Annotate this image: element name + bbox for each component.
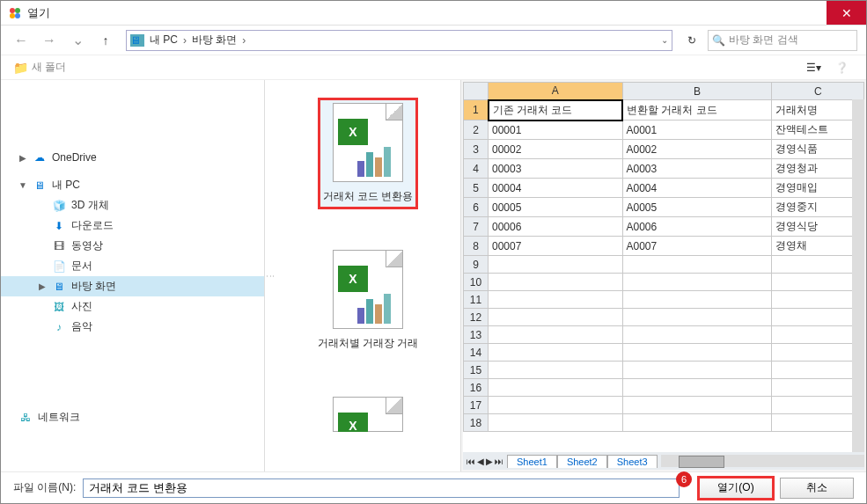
tree-item-downloads[interactable]: ⬇ 다운로드 [1, 215, 264, 236]
grid-cell[interactable]: 00001 [489, 121, 623, 140]
music-icon: ♪ [52, 321, 66, 333]
breadcrumb-separator: › [242, 34, 246, 47]
sheet-tab[interactable]: Sheet1 [507, 455, 557, 468]
grid-cell[interactable]: A0002 [622, 140, 772, 159]
file-item-2[interactable]: X 거래처별 거래장 거래 [312, 245, 424, 356]
forward-button: → [38, 29, 61, 52]
help-icon: ❔ [835, 62, 849, 74]
row-header[interactable]: 3 [464, 140, 489, 159]
search-icon: 🔍 [712, 34, 725, 47]
tree-item-videos[interactable]: 🎞 동영상 [1, 236, 264, 256]
grid-cell[interactable]: 경영채 [772, 237, 864, 256]
grid-cell[interactable]: 경영청과 [772, 159, 864, 179]
recent-dropdown[interactable]: ⌄ [66, 29, 89, 52]
sheet-tabs-bar: ⏮◀▶⏭ Sheet1Sheet2Sheet3 [463, 452, 864, 470]
search-box[interactable]: 🔍 바탕 화면 검색 [708, 30, 857, 51]
grid-cell[interactable]: A0007 [622, 237, 772, 256]
help-button[interactable]: ❔ [829, 58, 854, 77]
column-header[interactable]: A [489, 83, 623, 100]
grid-cell[interactable]: 경영중지 [772, 198, 864, 217]
file-item-1[interactable]: X 거래처 코드 변환용 [318, 98, 419, 209]
row-header[interactable]: 9 [464, 256, 489, 274]
new-folder-button[interactable]: 새 폴더 [32, 60, 797, 75]
open-button[interactable]: 열기(O) [699, 478, 773, 499]
tree-item-network[interactable]: 🖧 네트워크 [1, 407, 264, 427]
row-header[interactable]: 10 [464, 274, 489, 291]
grid-cell[interactable]: A0003 [622, 159, 772, 179]
expand-icon[interactable]: ▶ [18, 153, 27, 163]
vertical-scrollbar[interactable] [852, 99, 864, 452]
grid-cell[interactable]: 00006 [489, 217, 623, 237]
address-dropdown[interactable]: ⌄ [661, 35, 668, 45]
row-header[interactable]: 16 [464, 379, 489, 397]
tree-item-pictures[interactable]: 🖼 사진 [1, 296, 264, 317]
sheet-tab[interactable]: Sheet3 [607, 455, 658, 468]
grid-cell[interactable]: A0006 [622, 217, 772, 237]
spreadsheet-grid[interactable]: ABC1기존 거래처 코드변환할 거래처 코드거래처명200001A0001잔액… [463, 82, 864, 452]
back-button[interactable]: ← [10, 29, 33, 52]
tab-nav[interactable]: ⏮◀▶⏭ [463, 457, 507, 466]
close-button[interactable]: ✕ [827, 1, 866, 25]
column-header[interactable]: C [772, 83, 864, 100]
folder-icon: 📁 [13, 61, 28, 75]
cancel-button[interactable]: 취소 [780, 478, 854, 499]
row-header[interactable]: 7 [464, 217, 489, 237]
footer: 파일 이름(N): 6 열기(O) 취소 [1, 471, 866, 503]
grid-cell[interactable]: 잔액테스트 [772, 121, 864, 140]
arrow-right-icon: → [42, 33, 56, 48]
row-header[interactable]: 8 [464, 237, 489, 256]
column-header[interactable]: B [622, 83, 772, 100]
view-mode-button[interactable]: ☰▾ [801, 58, 826, 77]
refresh-button[interactable]: ↻ [681, 30, 702, 51]
tree-item-3dobjects[interactable]: 🧊 3D 개체 [1, 195, 264, 215]
grid-cell[interactable]: A0004 [622, 179, 772, 198]
row-header[interactable]: 13 [464, 326, 489, 344]
tree-label: 동영상 [71, 238, 103, 253]
grid-cell[interactable]: 경영식품 [772, 140, 864, 159]
breadcrumb-root[interactable]: 내 PC [150, 33, 178, 47]
row-header[interactable]: 6 [464, 198, 489, 217]
window-title: 열기 [27, 5, 827, 21]
row-header[interactable]: 18 [464, 414, 489, 432]
row-header[interactable]: 11 [464, 291, 489, 309]
up-button[interactable]: ↑ [94, 29, 117, 52]
row-header[interactable]: 2 [464, 121, 489, 140]
grid-cell[interactable]: 경영매입 [772, 179, 864, 198]
breadcrumb-seg[interactable]: 바탕 화면 [192, 33, 237, 47]
row-header[interactable]: 5 [464, 179, 489, 198]
row-header[interactable]: 15 [464, 362, 489, 379]
row-header[interactable]: 14 [464, 344, 489, 362]
grid-cell[interactable]: A0005 [622, 198, 772, 217]
document-icon: 📄 [52, 260, 66, 273]
row-header[interactable]: 17 [464, 397, 489, 414]
row-header[interactable]: 4 [464, 159, 489, 179]
tree-label: 바탕 화면 [71, 279, 116, 294]
grid-cell[interactable]: 경영식당 [772, 217, 864, 237]
row-header[interactable]: 1 [464, 100, 489, 121]
tree-item-documents[interactable]: 📄 문서 [1, 256, 264, 276]
grid-cell[interactable]: 거래처명 [772, 100, 864, 121]
filename-input[interactable] [83, 478, 680, 498]
collapse-icon[interactable]: ▼ [18, 180, 27, 190]
grid-cell[interactable]: 기존 거래처 코드 [489, 100, 623, 121]
row-header[interactable]: 12 [464, 309, 489, 326]
grid-cell[interactable]: 00007 [489, 237, 623, 256]
tree-item-music[interactable]: ♪ 음악 [1, 317, 264, 337]
horizontal-scrollbar[interactable] [661, 455, 864, 467]
tree-item-onedrive[interactable]: ▶ ☁ OneDrive [1, 149, 264, 166]
grid-cell[interactable]: 00002 [489, 140, 623, 159]
tree-item-desktop[interactable]: ▶ 🖥 바탕 화면 [1, 276, 264, 296]
grid-cell[interactable]: 00005 [489, 198, 623, 217]
folder-tree: ▶ ☁ OneDrive ▼ 🖥 내 PC 🧊 3D 개체 ⬇ 다운로드 🎞 동… [1, 80, 265, 471]
grid-cell[interactable]: A0001 [622, 121, 772, 140]
tree-item-mypc[interactable]: ▼ 🖥 내 PC [1, 175, 264, 195]
grid-cell[interactable]: 변환할 거래처 코드 [622, 100, 772, 121]
grid-cell[interactable]: 00004 [489, 179, 623, 198]
address-bar[interactable]: 🖥 내 PC › 바탕 화면 › ⌄ [126, 30, 672, 51]
sheet-tab[interactable]: Sheet2 [557, 455, 607, 468]
splitter[interactable]: ⋮ [265, 80, 276, 471]
grid-corner[interactable] [464, 83, 489, 100]
file-item-3[interactable]: X [327, 391, 408, 437]
expand-icon[interactable]: ▶ [38, 281, 47, 291]
grid-cell[interactable]: 00003 [489, 159, 623, 179]
